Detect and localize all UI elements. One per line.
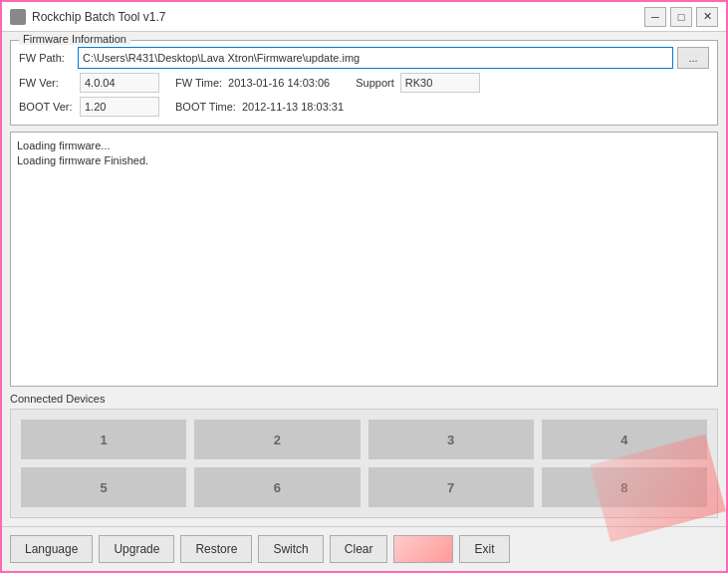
- maximize-button[interactable]: □: [670, 7, 692, 27]
- title-bar-buttons: ─ □ ✕: [644, 7, 718, 27]
- device-button-7[interactable]: 7: [368, 467, 534, 507]
- main-window: Rockchip Batch Tool v1.7 ─ □ ✕ Firmware …: [0, 0, 728, 573]
- log-line: Loading firmware Finished.: [17, 153, 711, 168]
- firmware-group-label: Firmware Information: [19, 33, 130, 45]
- clear-button[interactable]: Clear: [330, 535, 388, 563]
- boot-ver-input[interactable]: [80, 97, 159, 117]
- boot-ver-label: BOOT Ver:: [19, 101, 74, 113]
- device-button-6[interactable]: 6: [194, 467, 360, 507]
- log-box: Loading firmware...Loading firmware Fini…: [10, 132, 718, 387]
- fw-ver-label: FW Ver:: [19, 77, 74, 89]
- restore-button[interactable]: Restore: [180, 535, 252, 563]
- device-button-2[interactable]: 2: [194, 420, 360, 459]
- boot-time-value: 2012-11-13 18:03:31: [242, 101, 344, 113]
- devices-grid: 12345678: [10, 409, 718, 518]
- fw-path-row: FW Path: ...: [19, 47, 709, 69]
- close-button[interactable]: ✕: [696, 7, 718, 27]
- support-input[interactable]: [400, 73, 480, 93]
- unknown-button[interactable]: [393, 535, 453, 563]
- minimize-button[interactable]: ─: [644, 7, 666, 27]
- firmware-group: Firmware Information FW Path: ... FW Ver…: [10, 40, 718, 126]
- browse-button[interactable]: ...: [677, 47, 709, 69]
- fw-path-input[interactable]: [78, 47, 673, 69]
- boot-ver-row: BOOT Ver: BOOT Time: 2012-11-13 18:03:31: [19, 97, 709, 117]
- fw-time-value: 2013-01-16 14:03:06: [228, 77, 330, 89]
- bottom-bar: Language Upgrade Restore Switch Clear Ex…: [2, 526, 726, 571]
- device-button-8[interactable]: 8: [542, 467, 707, 507]
- log-line: Loading firmware...: [17, 139, 711, 153]
- title-bar: Rockchip Batch Tool v1.7 ─ □ ✕: [2, 2, 726, 32]
- devices-section: Connected Devices 12345678: [10, 393, 718, 518]
- window-title: Rockchip Batch Tool v1.7: [32, 10, 644, 24]
- device-button-3[interactable]: 3: [368, 420, 534, 459]
- upgrade-button[interactable]: Upgrade: [99, 535, 174, 563]
- exit-button[interactable]: Exit: [459, 535, 509, 563]
- support-label: Support: [356, 77, 394, 89]
- fw-ver-input[interactable]: [80, 73, 159, 93]
- app-icon: [10, 9, 26, 25]
- device-button-1[interactable]: 1: [21, 420, 186, 459]
- fw-ver-row: FW Ver: FW Time: 2013-01-16 14:03:06 Sup…: [19, 73, 709, 93]
- fw-time-label: FW Time:: [175, 77, 222, 89]
- devices-label: Connected Devices: [10, 393, 718, 405]
- content-area: Firmware Information FW Path: ... FW Ver…: [2, 32, 726, 526]
- switch-button[interactable]: Switch: [258, 535, 323, 563]
- language-button[interactable]: Language: [10, 535, 93, 563]
- device-button-5[interactable]: 5: [21, 467, 186, 507]
- device-button-4[interactable]: 4: [542, 420, 707, 459]
- boot-time-label: BOOT Time:: [175, 101, 236, 113]
- fw-path-label: FW Path:: [19, 52, 74, 64]
